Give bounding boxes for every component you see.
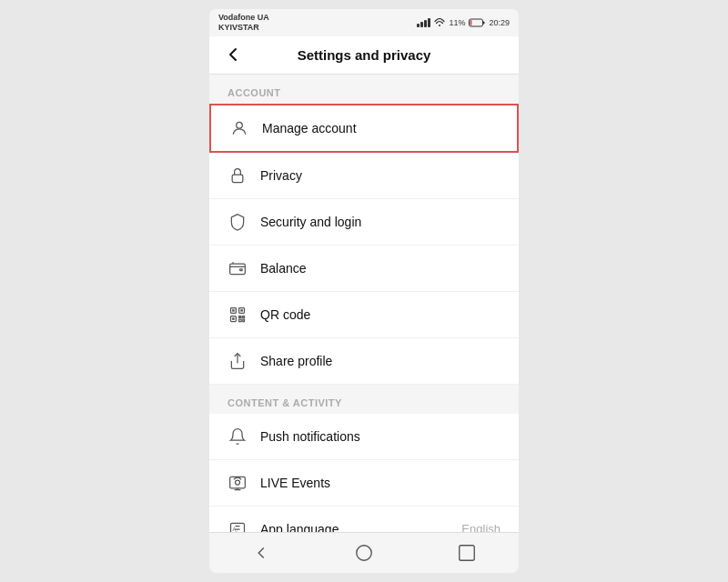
nav-home-button[interactable] <box>351 540 377 566</box>
svg-rect-6 <box>230 264 246 275</box>
bell-icon <box>228 426 248 447</box>
menu-item-share-profile[interactable]: Share profile <box>209 338 519 385</box>
status-bar: Vodafone UA KYIVSTAR 11% 20:29 <box>209 9 519 36</box>
menu-item-qr-code[interactable]: QR code <box>209 292 519 338</box>
svg-rect-3 <box>483 21 485 24</box>
phone-frame: Vodafone UA KYIVSTAR 11% 20:29 <box>209 9 519 573</box>
qr-code-label: QR code <box>260 307 500 322</box>
svg-point-0 <box>439 25 440 26</box>
battery-icon <box>469 18 485 27</box>
menu-item-privacy[interactable]: Privacy <box>209 153 519 199</box>
security-login-label: Security and login <box>260 215 500 229</box>
menu-item-manage-account[interactable]: Manage account <box>209 104 519 153</box>
battery-percent: 11% <box>449 18 465 27</box>
svg-point-4 <box>237 122 243 128</box>
nav-header: Settings and privacy <box>209 36 519 75</box>
bottom-nav <box>209 532 519 573</box>
nav-recent-button[interactable] <box>454 540 480 566</box>
qr-icon <box>228 305 248 325</box>
svg-rect-11 <box>240 309 243 312</box>
balance-label: Balance <box>260 261 500 276</box>
wallet-icon <box>228 258 248 278</box>
share-icon <box>228 351 248 371</box>
push-notifications-label: Push notifications <box>260 429 500 444</box>
back-button[interactable] <box>224 45 242 64</box>
settings-content: ACCOUNT Manage account Privacy <box>209 75 519 532</box>
signal-icon <box>417 18 430 27</box>
svg-point-15 <box>236 480 240 485</box>
svg-rect-23 <box>460 546 475 561</box>
carrier-location: KYIVSTAR <box>218 23 269 33</box>
svg-rect-2 <box>470 20 472 25</box>
svg-rect-10 <box>232 309 234 312</box>
time-display: 20:29 <box>489 18 510 27</box>
menu-item-live-events[interactable]: LIVE Events <box>209 460 519 507</box>
nav-back-button[interactable] <box>248 540 274 566</box>
svg-rect-14 <box>230 477 246 488</box>
menu-item-security-login[interactable]: Security and login <box>209 199 519 246</box>
section-label-content: CONTENT & ACTIVITY <box>209 385 519 414</box>
app-language-value: English <box>461 522 500 532</box>
app-language-label: App language <box>260 522 461 532</box>
manage-account-label: Manage account <box>262 121 499 135</box>
carrier-name: Vodafone UA <box>218 13 269 23</box>
section-label-account: ACCOUNT <box>209 75 519 104</box>
menu-item-push-notifications[interactable]: Push notifications <box>209 414 519 460</box>
svg-point-22 <box>357 546 372 561</box>
svg-text:A: A <box>233 527 237 532</box>
share-profile-label: Share profile <box>260 354 500 368</box>
live-events-label: LIVE Events <box>260 476 500 490</box>
user-icon <box>229 118 249 138</box>
svg-rect-5 <box>232 175 243 182</box>
status-right: 11% 20:29 <box>417 18 510 27</box>
privacy-label: Privacy <box>260 168 500 183</box>
page-title: Settings and privacy <box>298 47 431 63</box>
language-icon: A <box>228 519 248 532</box>
menu-item-app-language[interactable]: A App language English <box>209 507 519 532</box>
svg-rect-12 <box>232 317 234 320</box>
lock-icon <box>228 166 248 186</box>
menu-item-balance[interactable]: Balance <box>209 246 519 292</box>
wifi-icon <box>434 18 445 27</box>
carrier-info: Vodafone UA KYIVSTAR <box>218 13 269 33</box>
live-icon <box>228 473 248 493</box>
shield-icon <box>228 212 248 232</box>
